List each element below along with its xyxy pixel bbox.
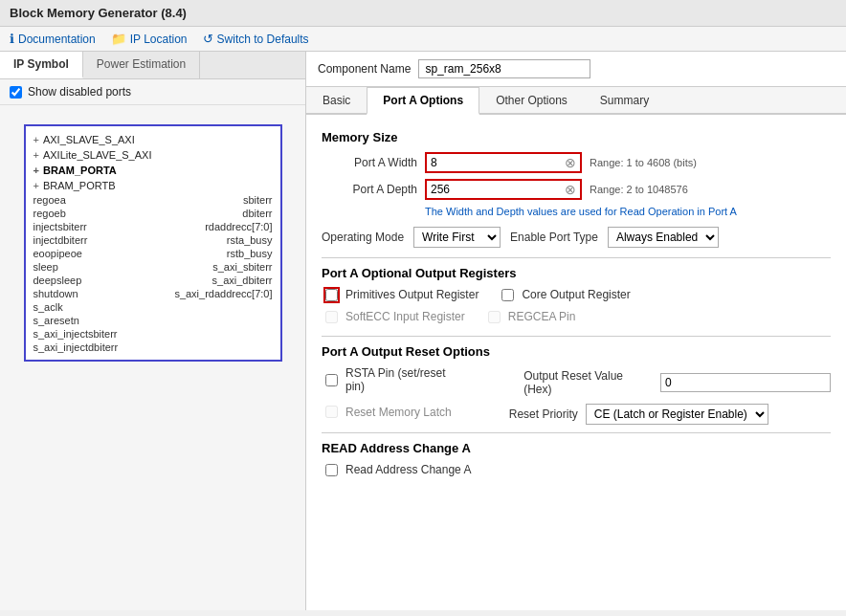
reset-priority-select[interactable]: CE (Latch or Register Enable) SR (Set/Re… (586, 404, 768, 425)
output-reset-value-row: Output Reset Value (Hex) 0 (523, 369, 831, 396)
memory-size-title: Memory Size (322, 130, 831, 144)
port-axi-slave: + AXI_SLAVE_S_AXI (33, 132, 273, 147)
signal-row: s_aresetn (33, 314, 273, 327)
output-reset-row: RSTA Pin (set/reset pin) Output Reset Va… (322, 366, 831, 398)
show-disabled-label: Show disabled ports (28, 85, 131, 99)
info-icon: ℹ (10, 32, 14, 46)
operating-mode-select[interactable]: Write First Read First No Change (413, 227, 501, 248)
title-bar: Block Memory Generator (8.4) (0, 0, 846, 27)
tab-summary[interactable]: Summary (584, 87, 665, 113)
operating-mode-row: Operating Mode Write First Read First No… (322, 227, 831, 248)
component-name-bar: Component Name sp_ram_256x8 (306, 52, 846, 87)
symbol-box: + AXI_SLAVE_S_AXI + AXILite_SLAVE_S_AXI … (24, 124, 282, 362)
optional-regs-row2: SoftECC Input Register REGCEA Pin (322, 310, 831, 328)
show-disabled-row: Show disabled ports (0, 79, 305, 105)
reset-memory-latch-label: Reset Memory Latch (345, 406, 452, 419)
plus-icon-4: + (33, 180, 39, 191)
right-body: Memory Size Port A Width ⊗ Range: 1 to 4… (306, 115, 846, 493)
read-address-a-row: Read Address Change A (325, 463, 831, 476)
regcea-checkbox[interactable] (488, 311, 501, 323)
port-a-width-clear-icon[interactable]: ⊗ (561, 155, 580, 170)
port-a-depth-row: Port A Depth ⊗ Range: 2 to 1048576 (322, 179, 831, 200)
core-output-reg-checkbox[interactable] (501, 289, 514, 301)
port-a-width-label: Port A Width (322, 156, 417, 169)
read-address-a-label: Read Address Change A (345, 463, 471, 476)
softECC-checkbox[interactable] (325, 311, 338, 323)
ip-location-link[interactable]: 📁 IP Location (111, 32, 188, 46)
port-a-depth-input-wrap: ⊗ (425, 179, 582, 200)
reset-memory-latch-checkbox[interactable] (325, 406, 338, 418)
app-title: Block Memory Generator (8.4) (10, 6, 187, 20)
signal-row: s_aclk (33, 300, 273, 314)
regcea-label: REGCEA Pin (508, 310, 576, 323)
optional-output-regs-section: Port A Optional Output Registers Primiti… (322, 266, 831, 328)
divider-3 (322, 432, 831, 433)
port-a-width-input[interactable] (427, 154, 561, 171)
output-reset-value-input[interactable]: 0 (660, 373, 831, 392)
read-address-a-checkbox[interactable] (325, 464, 338, 476)
output-reset-value-label: Output Reset Value (Hex) (523, 369, 653, 396)
divider-1 (322, 257, 831, 258)
tab-other-options[interactable]: Other Options (479, 87, 584, 113)
read-address-section: READ Address Change A Read Address Chang… (322, 441, 831, 476)
switch-to-defaults-link[interactable]: ↺ Switch to Defaults (203, 32, 309, 46)
optional-regs-title: Port A Optional Output Registers (322, 266, 831, 280)
switch-to-defaults-label: Switch to Defaults (217, 33, 309, 46)
port-a-depth-input[interactable] (427, 181, 561, 198)
enable-port-type-select[interactable]: Always Enabled Use ENA Pin Use ENB Pin (608, 227, 719, 248)
component-name-input[interactable]: sp_ram_256x8 (418, 59, 590, 78)
location-icon: 📁 (111, 32, 126, 46)
plus-icon-2: + (33, 149, 39, 161)
signal-row: regoeb dbiterr (33, 207, 273, 220)
port-a-depth-clear-icon[interactable]: ⊗ (561, 182, 580, 197)
regcea-row: REGCEA Pin (488, 310, 576, 323)
refresh-icon: ↺ (203, 32, 213, 46)
signal-row: sleep s_axi_sbiterr (33, 260, 273, 274)
rsta-pin-row: RSTA Pin (set/reset pin) (325, 366, 466, 393)
reset-priority-row-outer: Reset Memory Latch Reset Priority CE (La… (322, 404, 831, 425)
left-tabs: IP Symbol Power Estimation (0, 52, 305, 79)
port-a-width-row: Port A Width ⊗ Range: 1 to 4608 (bits) (322, 152, 831, 173)
documentation-label: Documentation (18, 33, 96, 46)
output-reset-section: Port A Output Reset Options RSTA Pin (se… (322, 344, 831, 425)
port-bram-porta: + BRAM_PORTA (33, 163, 273, 178)
plus-icon: + (33, 134, 39, 145)
primitives-output-reg-checkbox[interactable] (325, 289, 338, 301)
softECC-row: SoftECC Input Register (325, 310, 465, 323)
port-axilite-slave: + AXILite_SLAVE_S_AXI (33, 147, 273, 163)
reset-memory-latch-row: Reset Memory Latch (325, 406, 452, 419)
rsta-pin-checkbox[interactable] (325, 374, 338, 386)
softECC-label: SoftECC Input Register (345, 310, 465, 323)
port-a-depth-range: Range: 2 to 1048576 (590, 184, 688, 195)
tab-power-estimation[interactable]: Power Estimation (83, 52, 200, 78)
component-name-label: Component Name (318, 62, 411, 76)
primitives-output-reg-row: Primitives Output Register (325, 288, 479, 301)
reset-priority-label: Reset Priority (509, 407, 578, 421)
signal-row: s_axi_injectsbiterr (33, 327, 273, 341)
plus-icon-3: + (33, 165, 39, 176)
enable-port-type-label: Enable Port Type (510, 231, 598, 244)
main-content: IP Symbol Power Estimation Show disabled… (0, 52, 846, 610)
tab-port-a-options[interactable]: Port A Options (367, 87, 479, 115)
signal-row: injectdbiterr rsta_busy (33, 233, 273, 247)
rsta-pin-label: RSTA Pin (set/reset pin) (345, 366, 466, 393)
signal-row: s_axi_injectdbiterr (33, 341, 273, 354)
signal-row: shutdown s_axi_rdaddrecc[7:0] (33, 287, 273, 300)
reset-priority-inner: Reset Priority CE (Latch or Register Ena… (509, 404, 768, 425)
operating-mode-label: Operating Mode (322, 231, 404, 244)
port-a-depth-label: Port A Depth (322, 183, 417, 196)
documentation-link[interactable]: ℹ Documentation (10, 32, 96, 46)
primitives-output-reg-label: Primitives Output Register (345, 288, 479, 301)
port-a-width-range: Range: 1 to 4608 (bits) (590, 157, 697, 168)
signal-row: injectsbiterr rdaddrecc[7:0] (33, 220, 273, 233)
port-a-width-input-wrap: ⊗ (425, 152, 582, 173)
read-address-title: READ Address Change A (322, 441, 831, 455)
tab-basic[interactable]: Basic (306, 87, 367, 113)
tab-ip-symbol[interactable]: IP Symbol (0, 52, 83, 78)
signal-row: deepsleep s_axi_dbiterr (33, 274, 273, 287)
divider-2 (322, 336, 831, 337)
signal-row: regoea sbiterr (33, 193, 273, 207)
port-bram-portb: + BRAM_PORTB (33, 178, 273, 193)
show-disabled-checkbox[interactable] (10, 86, 22, 99)
ip-location-label: IP Location (130, 33, 188, 46)
